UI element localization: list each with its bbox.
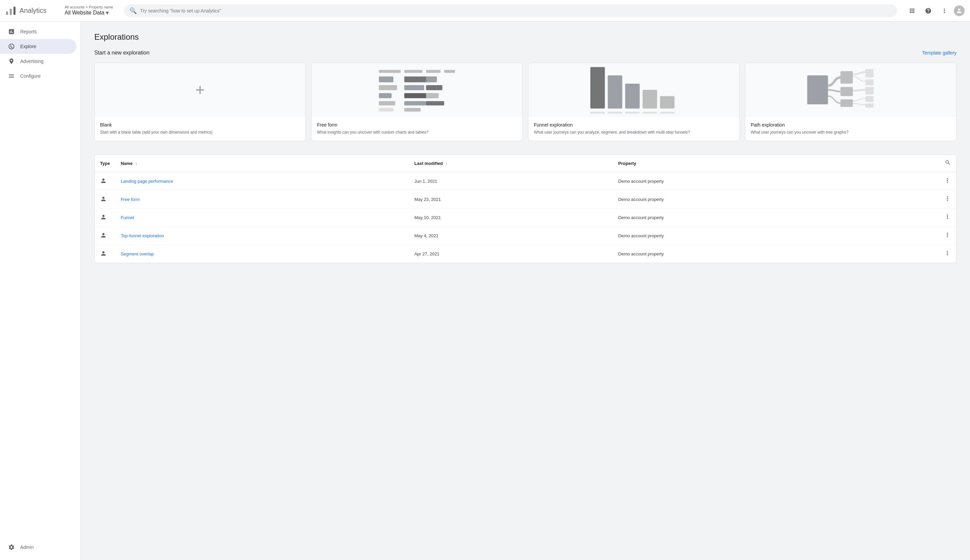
template-gallery-link[interactable]: Template gallery (922, 50, 957, 55)
svg-rect-2 (13, 7, 15, 15)
svg-rect-3 (379, 70, 401, 73)
svg-rect-25 (660, 96, 675, 108)
sidebar-item-configure-label: Configure (20, 73, 41, 79)
person-icon (956, 7, 963, 14)
sort-name-icon: ↓ (135, 161, 137, 166)
svg-rect-29 (643, 112, 657, 113)
main-content: Explorations Start a new exploration Tem… (81, 22, 970, 560)
cell-name[interactable]: Segment overlap (115, 245, 409, 263)
table-row: Free form May 23, 2021 Demo account prop… (95, 190, 956, 208)
sidebar-item-configure[interactable]: Configure (0, 68, 77, 83)
svg-rect-23 (625, 84, 640, 109)
svg-rect-9 (426, 77, 437, 82)
col-modified[interactable]: Last modified ↓ (409, 155, 613, 172)
svg-rect-1 (10, 9, 12, 15)
section-header: Start a new exploration Template gallery (94, 50, 957, 56)
funnel-card-desc: What user journeys can you analyze, segm… (534, 130, 734, 135)
explorations-table: Type Name ↓ Last modified ↓ Property (94, 155, 957, 263)
svg-rect-33 (840, 87, 853, 96)
topbar-actions (905, 4, 965, 18)
svg-rect-13 (379, 93, 392, 98)
more-vert-icon-button[interactable] (938, 4, 951, 18)
sidebar-item-advertising[interactable]: Advertising (0, 54, 77, 68)
more-vert-icon[interactable] (944, 250, 951, 257)
page-title: Explorations (94, 32, 957, 42)
svg-rect-22 (607, 75, 622, 108)
cell-modified: Apr 27, 2021 (409, 245, 613, 263)
svg-rect-36 (865, 79, 874, 85)
more-vert-icon[interactable] (944, 213, 951, 220)
svg-rect-12 (426, 85, 442, 90)
path-card-info: Path exploration What user journeys can … (745, 117, 956, 141)
svg-rect-5 (426, 70, 440, 73)
funnel-card[interactable]: Funnel exploration What user journeys ca… (528, 63, 740, 141)
help-icon (925, 7, 932, 14)
cell-name[interactable]: Funnel (115, 208, 409, 227)
path-preview-svg (745, 63, 956, 117)
search-icon (945, 160, 951, 165)
sidebar-admin-label: Admin (20, 545, 34, 550)
sidebar-admin[interactable]: Admin (0, 540, 80, 555)
more-vert-icon[interactable] (944, 195, 951, 202)
svg-rect-20 (404, 108, 420, 112)
freeform-card-desc: What insights can you uncover with custo… (317, 130, 517, 135)
cell-menu[interactable] (875, 208, 956, 227)
search-icon: 🔍 (129, 7, 137, 15)
configure-icon (8, 73, 15, 79)
freeform-card[interactable]: Free form What insights can you uncover … (311, 63, 523, 141)
help-icon-button[interactable] (922, 4, 935, 18)
app-name: Analytics (20, 7, 47, 15)
apps-icon-button[interactable] (905, 4, 919, 18)
cell-modified: May 4, 2021 (409, 227, 613, 245)
svg-rect-37 (865, 87, 874, 94)
sidebar-item-reports-label: Reports (20, 29, 37, 34)
sidebar: Reports Explore Advertising Configure Ad… (0, 22, 81, 560)
blank-card-info: Blank Start with a blank table (add your… (95, 117, 306, 141)
svg-rect-34 (840, 99, 853, 107)
cell-property: Demo account property (613, 227, 875, 245)
cell-menu[interactable] (875, 172, 956, 190)
search-area: 🔍 (124, 4, 897, 17)
search-bar[interactable]: 🔍 (124, 4, 897, 17)
blank-card[interactable]: + Blank Start with a blank table (add yo… (94, 63, 306, 141)
more-vert-icon[interactable] (944, 232, 951, 238)
advertising-icon (8, 58, 15, 65)
more-vert-icon (941, 7, 948, 14)
cell-menu[interactable] (875, 227, 956, 245)
svg-rect-24 (643, 90, 657, 108)
table-search-button[interactable] (875, 155, 956, 172)
more-vert-icon[interactable] (944, 177, 951, 184)
cell-menu[interactable] (875, 245, 956, 263)
cell-property: Demo account property (613, 190, 875, 208)
user-icon (100, 195, 107, 202)
svg-rect-19 (379, 108, 393, 112)
sidebar-item-explore[interactable]: Explore (0, 39, 77, 54)
breadcrumb-path: All accounts > Property name (65, 5, 113, 9)
user-icon (100, 232, 107, 238)
col-name[interactable]: Name ↓ (115, 155, 409, 172)
property-selector[interactable]: All Website Data ▾ (65, 9, 113, 17)
funnel-card-preview (528, 63, 739, 117)
sidebar-item-reports[interactable]: Reports (0, 24, 77, 39)
col-type: Type (95, 155, 115, 172)
reports-icon (8, 28, 15, 35)
cell-modified: Jun 1, 2021 (409, 172, 613, 190)
svg-rect-21 (590, 67, 605, 108)
user-icon (100, 250, 107, 257)
avatar[interactable] (954, 5, 965, 16)
blank-card-preview: + (95, 63, 306, 117)
path-card[interactable]: Path exploration What user journeys can … (745, 63, 957, 141)
cell-menu[interactable] (875, 190, 956, 208)
cell-name[interactable]: Landing page performance (115, 172, 409, 190)
svg-rect-18 (426, 101, 444, 105)
cell-name[interactable]: Free form (115, 190, 409, 208)
svg-rect-17 (404, 101, 426, 105)
cell-name[interactable]: Top-funnel exploration (115, 227, 409, 245)
cell-type (95, 190, 115, 208)
cell-property: Demo account property (613, 172, 875, 190)
search-input[interactable] (140, 8, 892, 13)
sidebar-item-advertising-label: Advertising (20, 58, 43, 64)
svg-rect-30 (660, 112, 675, 113)
topbar: Analytics All accounts > Property name A… (0, 0, 970, 22)
blank-card-title: Blank (100, 122, 300, 128)
